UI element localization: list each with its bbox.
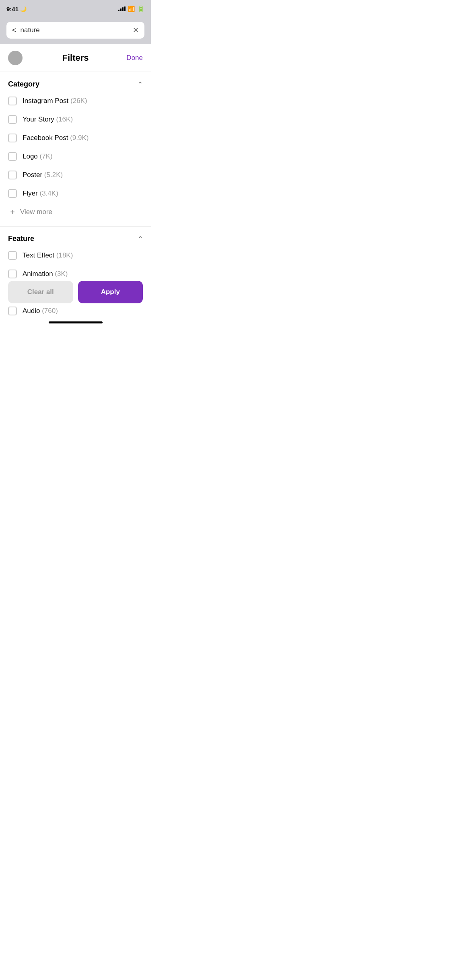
back-button[interactable]: <: [12, 26, 16, 35]
checkbox-text-effect[interactable]: [8, 251, 17, 260]
list-item[interactable]: Your Story (16K): [8, 115, 143, 124]
checkbox-audio[interactable]: [8, 307, 17, 315]
item-label-poster: Poster (5.2K): [23, 171, 63, 179]
item-label-flyer: Flyer (3.4K): [23, 189, 58, 198]
category-title: Category: [8, 80, 39, 89]
feature-chevron-icon[interactable]: ⌃: [138, 235, 143, 243]
list-item[interactable]: Animation (3K): [8, 270, 143, 278]
list-item[interactable]: Audio (760): [8, 307, 143, 315]
item-label-animation: Animation (3K): [23, 270, 68, 278]
feature-title: Feature: [8, 235, 34, 243]
item-label-instagram-post: Instagram Post (26K): [23, 97, 87, 105]
checkbox-logo[interactable]: [8, 152, 17, 161]
done-button[interactable]: Done: [126, 54, 143, 62]
home-indicator: [49, 321, 103, 323]
search-bar: < nature ✕: [6, 22, 144, 39]
signal-icon: [118, 6, 126, 11]
list-item[interactable]: Facebook Post (9.9K): [8, 134, 143, 142]
feature-header: Feature ⌃: [8, 235, 143, 243]
list-item[interactable]: Poster (5.2K): [8, 171, 143, 179]
moon-icon: 🌙: [20, 6, 27, 12]
item-label-facebook-post: Facebook Post (9.9K): [23, 134, 89, 142]
clear-all-button[interactable]: Clear all: [8, 281, 73, 303]
view-more-icon: +: [8, 208, 17, 216]
filter-header: Filters Done: [0, 44, 151, 72]
checkbox-your-story[interactable]: [8, 115, 17, 124]
view-more-button[interactable]: + View more: [8, 208, 143, 216]
list-item[interactable]: Instagram Post (26K): [8, 97, 143, 105]
checkbox-instagram-post[interactable]: [8, 97, 17, 105]
checkbox-flyer[interactable]: [8, 189, 17, 198]
search-clear-button[interactable]: ✕: [133, 26, 139, 35]
list-item[interactable]: Text Effect (18K): [8, 251, 143, 260]
checkbox-poster[interactable]: [8, 171, 17, 179]
filter-sheet: Filters Done Category ⌃ Instagram Post (…: [0, 44, 151, 315]
category-chevron-icon[interactable]: ⌃: [138, 80, 143, 88]
status-time: 9:41 🌙: [6, 6, 27, 12]
sheet-handle: [8, 51, 23, 65]
item-label-audio: Audio (760): [23, 307, 58, 315]
time-label: 9:41: [6, 6, 19, 12]
list-item[interactable]: Flyer (3.4K): [8, 189, 143, 198]
wifi-icon: 📶: [128, 6, 135, 12]
bottom-buttons: Clear all Apply: [0, 281, 151, 303]
apply-button[interactable]: Apply: [78, 281, 143, 303]
battery-icon: 🔋: [137, 5, 144, 12]
item-label-logo: Logo (7K): [23, 152, 53, 161]
search-area: < nature ✕: [0, 18, 151, 44]
status-bar: 9:41 🌙 📶 🔋: [0, 0, 151, 18]
status-icons: 📶 🔋: [118, 5, 144, 12]
category-header: Category ⌃: [8, 80, 143, 89]
checkbox-animation[interactable]: [8, 270, 17, 278]
category-section: Category ⌃ Instagram Post (26K) Your Sto…: [0, 72, 151, 216]
view-more-label: View more: [20, 208, 52, 216]
search-query: nature: [21, 26, 129, 34]
filter-title: Filters: [62, 53, 89, 63]
checkbox-facebook-post[interactable]: [8, 134, 17, 142]
list-item[interactable]: Logo (7K): [8, 152, 143, 161]
item-label-your-story: Your Story (16K): [23, 115, 73, 124]
item-label-text-effect: Text Effect (18K): [23, 251, 73, 259]
